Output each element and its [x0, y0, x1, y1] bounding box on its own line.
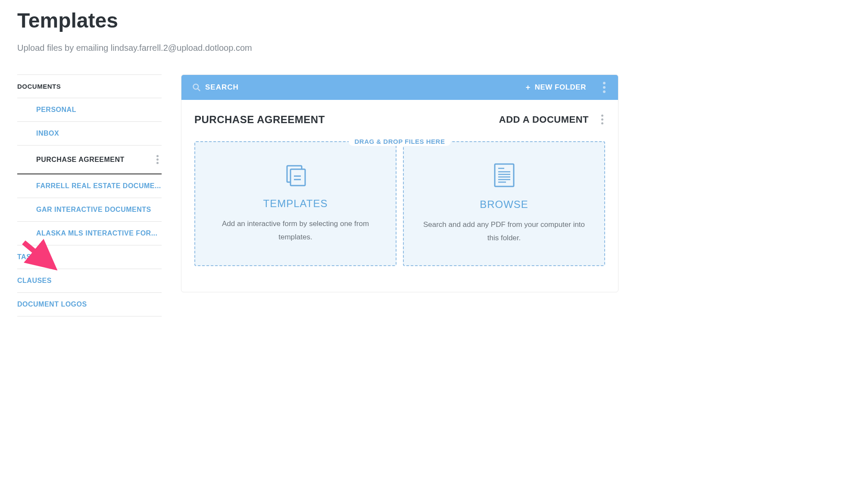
sidebar-item-clauses[interactable]: CLAUSES — [17, 269, 162, 293]
svg-line-3 — [198, 89, 200, 91]
sidebar-item-label: INBOX — [36, 130, 59, 137]
svg-rect-5 — [290, 169, 305, 186]
sidebar-item-label: ALASKA MLS INTERACTIVE FOR... — [36, 229, 157, 237]
dragdrop-label: DRAG & DROP FILES HERE — [349, 137, 451, 146]
folder-title: PURCHASE AGREEMENT — [194, 114, 325, 126]
toolbar-kebab-icon[interactable] — [601, 80, 607, 95]
sidebar-item-label: DOCUMENT LOGOS — [17, 301, 87, 308]
kebab-icon[interactable] — [153, 153, 162, 166]
svg-rect-8 — [495, 164, 514, 186]
sidebar-item-label: PURCHASE AGREEMENT — [36, 156, 125, 164]
dropzone-desc: Add an interactive form by selecting one… — [208, 217, 383, 244]
sidebar-item-label: FARRELL REAL ESTATE DOCUME... — [36, 182, 161, 190]
sidebar-item-label: PERSONAL — [36, 106, 76, 114]
page-title: Templates — [17, 9, 851, 32]
dropzone-templates[interactable]: TEMPLATES Add an interactive form by sel… — [194, 141, 397, 266]
new-folder-label: NEW FOLDER — [535, 83, 586, 92]
sidebar-item-document-logos[interactable]: DOCUMENT LOGOS — [17, 293, 162, 316]
sidebar: DOCUMENTS PERSONAL INBOX PURCHASE AGREEM… — [17, 74, 162, 316]
main-panel: SEARCH + NEW FOLDER PURCHASE AGREEMENT A… — [181, 74, 618, 292]
sidebar-item-label: GAR INTERACTIVE DOCUMENTS — [36, 206, 151, 214]
sidebar-item-tasks[interactable]: TASKS — [17, 245, 162, 269]
folder-kebab-icon[interactable] — [599, 113, 605, 126]
new-folder-button[interactable]: + NEW FOLDER — [526, 83, 586, 92]
sidebar-item-gar[interactable]: GAR INTERACTIVE DOCUMENTS — [17, 198, 162, 222]
search-label: SEARCH — [205, 83, 239, 92]
main-toolbar: SEARCH + NEW FOLDER — [181, 75, 618, 100]
upload-hint: Upload files by emailing lindsay.farrell… — [17, 43, 851, 53]
sidebar-item-farrell[interactable]: FARRELL REAL ESTATE DOCUME... — [17, 174, 162, 198]
sidebar-item-alaska-mls[interactable]: ALASKA MLS INTERACTIVE FOR... — [17, 222, 162, 245]
sidebar-item-purchase-agreement[interactable]: PURCHASE AGREEMENT — [17, 146, 162, 174]
dropzone-browse[interactable]: BROWSE Search and add any PDF from your … — [403, 141, 605, 266]
sidebar-item-inbox[interactable]: INBOX — [17, 122, 162, 146]
dropzone-desc: Search and add any PDF from your compute… — [417, 218, 591, 245]
dropzone-title: TEMPLATES — [263, 198, 328, 210]
document-icon — [493, 162, 515, 190]
sidebar-section-header: DOCUMENTS — [17, 75, 162, 98]
sidebar-item-label: TASKS — [17, 253, 41, 261]
search-button[interactable]: SEARCH — [192, 83, 526, 92]
dropzone-title: BROWSE — [480, 198, 528, 211]
sidebar-item-personal[interactable]: PERSONAL — [17, 98, 162, 122]
templates-icon — [284, 163, 308, 189]
plus-icon: + — [526, 83, 531, 92]
sidebar-item-label: CLAUSES — [17, 277, 52, 285]
add-document-button[interactable]: ADD A DOCUMENT — [499, 114, 589, 125]
search-icon — [192, 83, 201, 92]
